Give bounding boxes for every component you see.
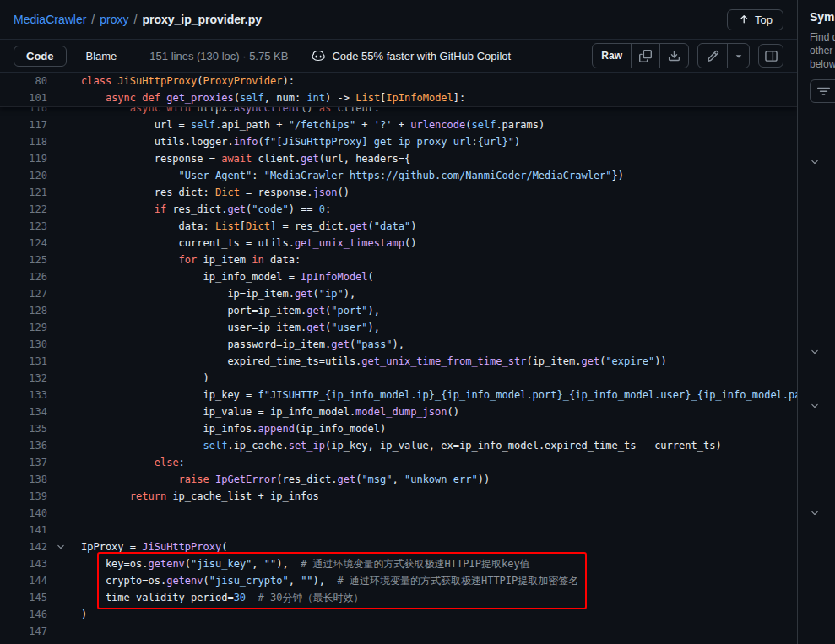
line-number[interactable]: 101 — [0, 89, 47, 106]
line-number[interactable]: 135 — [0, 420, 47, 437]
line-number[interactable]: 136 — [0, 437, 47, 454]
fold-gutter — [47, 555, 81, 572]
fold-gutter — [47, 167, 81, 184]
tab-blame[interactable]: Blame — [73, 46, 130, 67]
line-number[interactable]: 140 — [0, 505, 47, 522]
edit-button[interactable] — [698, 44, 727, 68]
fold-gutter — [47, 454, 81, 471]
line-number[interactable]: 121 — [0, 184, 47, 201]
code-view: 116 async with httpx.AsyncClient() as cl… — [0, 73, 797, 644]
fold-gutter — [47, 353, 81, 370]
code-text: res_dict: Dict = response.json() — [81, 184, 797, 201]
line-number[interactable]: 125 — [0, 252, 47, 268]
tab-code[interactable]: Code — [14, 46, 67, 67]
copy-button[interactable] — [631, 44, 659, 68]
line-number[interactable]: 132 — [0, 370, 47, 387]
line-number[interactable]: 141 — [0, 522, 47, 538]
fold-gutter — [47, 488, 81, 505]
edit-dropdown-button[interactable] — [727, 44, 749, 68]
chevron-down-icon — [810, 508, 820, 518]
line-number[interactable]: 139 — [0, 488, 47, 505]
line-number[interactable]: 119 — [0, 150, 47, 167]
copilot-banner[interactable]: Code 55% faster with GitHub Copilot — [312, 49, 511, 62]
fold-gutter — [47, 387, 81, 403]
symbols-panel-content: Symbols Find definitions and references … — [798, 0, 835, 103]
code-text: crypto=os.getenv("jisu_crypto", ""), # 通… — [81, 572, 797, 589]
code-line: 123 data: List[Dict] = res_dict.get("dat… — [0, 218, 797, 235]
raw-copy-download-group: Raw — [592, 43, 689, 68]
fold-gutter — [47, 370, 81, 387]
line-number[interactable]: 137 — [0, 454, 47, 471]
line-number[interactable]: 80 — [0, 73, 47, 89]
line-number[interactable]: 126 — [0, 268, 47, 285]
symbols-panel-button[interactable] — [758, 44, 783, 68]
symbol-tree-item[interactable] — [810, 152, 820, 172]
code-text: password=ip_item.get("pass"), — [81, 336, 797, 353]
line-number[interactable]: 130 — [0, 336, 47, 353]
sticky-lines: 80class JiSuHttpProxy(ProxyProvider):101… — [0, 73, 797, 107]
triangle-down-icon — [733, 50, 745, 62]
code-line: 135 ip_infos.append(ip_info_model) — [0, 420, 797, 437]
fold-gutter — [47, 268, 81, 285]
line-number[interactable]: 123 — [0, 218, 47, 235]
line-number[interactable]: 147 — [0, 623, 47, 640]
breadcrumb-file-name: proxy_ip_provider.py — [142, 13, 262, 26]
line-number[interactable]: 146 — [0, 606, 47, 623]
symbol-tree-item[interactable] — [810, 503, 820, 523]
line-number[interactable]: 127 — [0, 285, 47, 302]
code-text: ip=ip_item.get("ip"), — [81, 285, 797, 302]
code-text: ip_value = ip_info_model.model_dump_json… — [81, 403, 797, 420]
symbol-tree-item[interactable] — [810, 396, 820, 416]
line-number[interactable]: 117 — [0, 116, 47, 133]
line-number[interactable]: 128 — [0, 302, 47, 319]
code-lines: 116 async with httpx.AsyncClient() as cl… — [0, 100, 797, 640]
line-number[interactable]: 138 — [0, 471, 47, 488]
symbols-filter-input[interactable] — [810, 79, 835, 103]
symbols-panel-icon — [765, 50, 778, 62]
code-text: time_validity_period=30 # 30分钟（最长时效） — [81, 589, 797, 606]
fold-gutter — [47, 184, 81, 201]
line-number[interactable]: 122 — [0, 201, 47, 218]
line-number[interactable]: 143 — [0, 555, 47, 572]
fold-gutter — [47, 302, 81, 319]
code-pane: MediaCrawler / proxy / proxy_ip_provider… — [0, 0, 798, 644]
chevron-down-icon — [810, 401, 820, 411]
line-number[interactable]: 145 — [0, 589, 47, 606]
code-text: port=ip_item.get("port"), — [81, 302, 797, 319]
download-icon — [668, 50, 680, 62]
code-text — [81, 505, 797, 522]
line-number[interactable]: 131 — [0, 353, 47, 370]
code-text: user=ip_item.get("user"), — [81, 319, 797, 336]
fold-gutter — [47, 150, 81, 167]
download-button[interactable] — [659, 44, 688, 68]
breadcrumb-repo-link[interactable]: MediaCrawler — [14, 13, 86, 26]
breadcrumb-separator: / — [91, 13, 95, 26]
line-number[interactable]: 120 — [0, 167, 47, 184]
fold-gutter — [47, 572, 81, 589]
code-line: 133 ip_key = f"JISUHTTP_{ip_info_model.i… — [0, 387, 797, 403]
line-number[interactable]: 118 — [0, 133, 47, 150]
copy-icon — [639, 50, 652, 62]
line-number[interactable]: 144 — [0, 572, 47, 589]
line-number[interactable]: 133 — [0, 387, 47, 403]
line-number[interactable]: 134 — [0, 403, 47, 420]
code-line: 126 ip_info_model = IpInfoModel( — [0, 268, 797, 285]
code-line: 101 async def get_proxies(self, num: int… — [0, 89, 797, 106]
line-number[interactable]: 129 — [0, 319, 47, 336]
code-line: 138 raise IpGetError(res_dict.get("msg",… — [0, 471, 797, 488]
symbol-tree-item[interactable] — [810, 342, 820, 362]
line-number[interactable]: 142 — [0, 538, 47, 555]
collapse-chevron-icon[interactable] — [47, 538, 81, 555]
raw-button[interactable]: Raw — [593, 44, 631, 68]
fold-gutter — [47, 471, 81, 488]
breadcrumb-separator: / — [133, 13, 137, 26]
line-number[interactable]: 124 — [0, 235, 47, 252]
code-line: 120 "User-Agent": "MediaCrawler https://… — [0, 167, 797, 184]
code-line: 146) — [0, 606, 797, 623]
scroll-to-top-button[interactable]: Top — [727, 9, 783, 30]
code-text: ) — [81, 606, 797, 623]
breadcrumb-folder-link[interactable]: proxy — [100, 13, 128, 26]
fold-gutter — [47, 252, 81, 268]
fold-gutter — [47, 319, 81, 336]
file-actions: Raw — [592, 43, 783, 68]
